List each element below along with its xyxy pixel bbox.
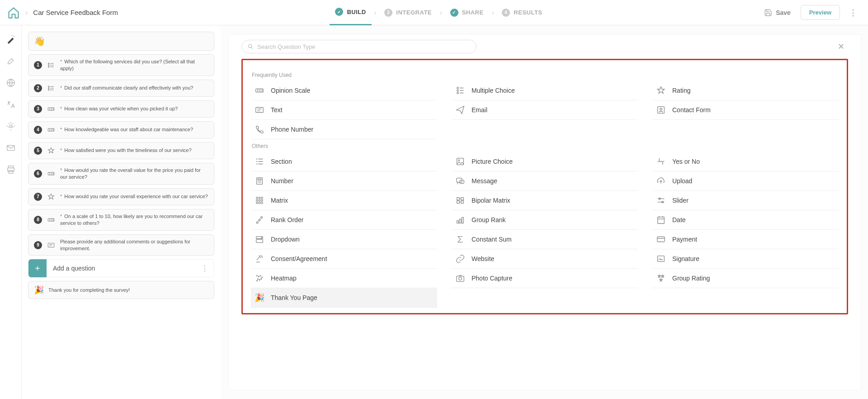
question-number: 7 [34, 193, 42, 201]
svg-point-28 [458, 160, 460, 161]
svg-rect-27 [457, 158, 464, 165]
svg-point-64 [259, 280, 260, 280]
plus-icon [34, 265, 41, 272]
thank-you-card[interactable]: 🎉 Thank you for completing the survey! [28, 281, 214, 299]
translate-icon[interactable] [6, 100, 16, 109]
nav-build[interactable]: ✓ BUILD [330, 0, 371, 25]
type-contact-form[interactable]: Contact Form [652, 100, 839, 120]
question-number: 6 [34, 170, 42, 178]
type-rating[interactable]: Rating [652, 81, 839, 100]
nav-steps: ✓ BUILD › 2 INTEGRATE › ✓ SHARE › 4 RESU… [118, 0, 760, 25]
form-title: Car Service Feedback Form [33, 9, 118, 16]
type-slider[interactable]: Slider [652, 191, 839, 210]
gear-icon[interactable] [6, 121, 16, 131]
type-consent[interactable]: Consent/Agreement [251, 249, 437, 269]
type-opinion-scale[interactable]: Opinion Scale [251, 81, 437, 100]
svg-point-26 [660, 108, 662, 110]
type-thank-you-page[interactable]: 🎉Thank You Page [251, 288, 437, 308]
question-card-3[interactable]: 3* How clean was your vehicle when you p… [28, 100, 214, 118]
type-website[interactable]: Website [452, 249, 638, 269]
add-question-more-button[interactable]: ⋮ [196, 264, 214, 273]
type-yes-or-no[interactable]: Yes or No [652, 152, 839, 171]
type-photo-capture[interactable]: Photo Capture [452, 269, 638, 288]
magic-wand-icon[interactable] [6, 34, 16, 44]
question-card-5[interactable]: 5* How satisfied were you with the timel… [28, 142, 214, 159]
type-picture-choice[interactable]: Picture Choice [452, 152, 638, 171]
message-icon [455, 176, 465, 186]
type-group-rank[interactable]: Group Rank [452, 210, 638, 230]
add-question-row: Add a question ⋮ [28, 259, 214, 277]
question-number: 1 [34, 61, 42, 69]
type-payment[interactable]: Payment [652, 230, 839, 249]
question-number: 9 [34, 241, 42, 249]
brush-icon[interactable] [6, 56, 16, 66]
thank-you-text: Thank you for completing the survey! [48, 287, 130, 294]
nav-results[interactable]: 4 RESULTS [496, 0, 547, 25]
print-icon[interactable] [6, 165, 16, 175]
type-email[interactable]: Email [452, 100, 638, 120]
chevron-right-icon: › [372, 9, 379, 16]
add-question-button[interactable] [28, 259, 47, 277]
save-button[interactable]: Save [760, 6, 795, 19]
type-date[interactable]: Date [652, 210, 839, 230]
type-constant-sum[interactable]: Constant Sum [452, 230, 638, 249]
type-dropdown[interactable]: Dropdown [251, 230, 437, 249]
mail-icon[interactable] [6, 143, 16, 153]
type-heatmap[interactable]: Heatmap [251, 269, 437, 288]
welcome-card[interactable]: 👋 [28, 32, 214, 51]
heatmap-icon [255, 273, 264, 283]
search-icon [247, 43, 254, 50]
section-frequently-used: Frequently Used [252, 72, 839, 78]
type-signature[interactable]: Signature [652, 249, 839, 269]
question-card-6[interactable]: 6* How would you rate the overall value … [28, 163, 214, 185]
globe-icon[interactable] [6, 78, 16, 88]
svg-rect-57 [657, 237, 665, 242]
signature-icon [656, 254, 666, 264]
type-upload[interactable]: Upload [652, 171, 839, 191]
chevron-right-icon: › [489, 9, 497, 16]
question-card-4[interactable]: 4* How knowledgeable was our staff about… [28, 121, 214, 138]
type-message[interactable]: Message [452, 171, 638, 191]
svg-point-8 [48, 63, 49, 64]
nav-share[interactable]: ✓ SHARE [445, 0, 489, 25]
svg-rect-45 [461, 201, 464, 204]
svg-rect-42 [457, 198, 460, 200]
svg-rect-58 [658, 256, 665, 262]
type-matrix[interactable]: Matrix [251, 191, 437, 210]
step-badge-2: 2 [384, 9, 392, 17]
group-rating-icon [656, 273, 666, 283]
type-bipolar-matrix[interactable]: Bipolar Matrix [452, 191, 638, 210]
step-badge-4: 4 [502, 9, 510, 17]
link-icon [455, 254, 465, 264]
nav-integrate[interactable]: 2 INTEGRATE [379, 0, 437, 25]
question-type-icon [47, 126, 56, 134]
type-text[interactable]: Text [251, 100, 437, 120]
svg-point-1 [11, 35, 12, 36]
preview-button[interactable]: Preview [801, 5, 840, 20]
question-card-9[interactable]: 9Please provide any additional comments … [28, 234, 214, 256]
card-icon [656, 234, 666, 244]
question-card-2[interactable]: 2* Did our staff communicate clearly and… [28, 80, 214, 97]
type-section[interactable]: Section [251, 152, 437, 171]
close-button[interactable]: ✕ [834, 40, 848, 53]
question-card-1[interactable]: 1* Which of the following services did y… [28, 54, 214, 76]
question-number: 3 [34, 105, 42, 113]
svg-rect-30 [258, 179, 261, 180]
question-list: 👋 1* Which of the following services did… [22, 25, 221, 399]
type-phone-number[interactable]: Phone Number [251, 120, 437, 139]
question-card-8[interactable]: 8* On a scale of 1 to 10, how likely are… [28, 209, 214, 231]
question-card-7[interactable]: 7* How would you rate your overall exper… [28, 188, 214, 205]
svg-rect-7 [9, 171, 13, 173]
section-icon [255, 157, 264, 166]
type-multiple-choice[interactable]: Multiple Choice [452, 81, 638, 100]
svg-rect-4 [7, 146, 14, 151]
type-group-rating[interactable]: Group Rating [652, 269, 839, 288]
type-number[interactable]: Number [251, 171, 437, 191]
search-input[interactable] [257, 43, 471, 50]
question-number: 2 [34, 84, 42, 92]
type-rank-order[interactable]: Rank Order [251, 210, 437, 230]
svg-point-21 [457, 87, 459, 89]
more-menu-button[interactable]: ⋮ [845, 6, 861, 19]
star-icon [656, 86, 666, 95]
home-icon[interactable] [7, 6, 20, 19]
